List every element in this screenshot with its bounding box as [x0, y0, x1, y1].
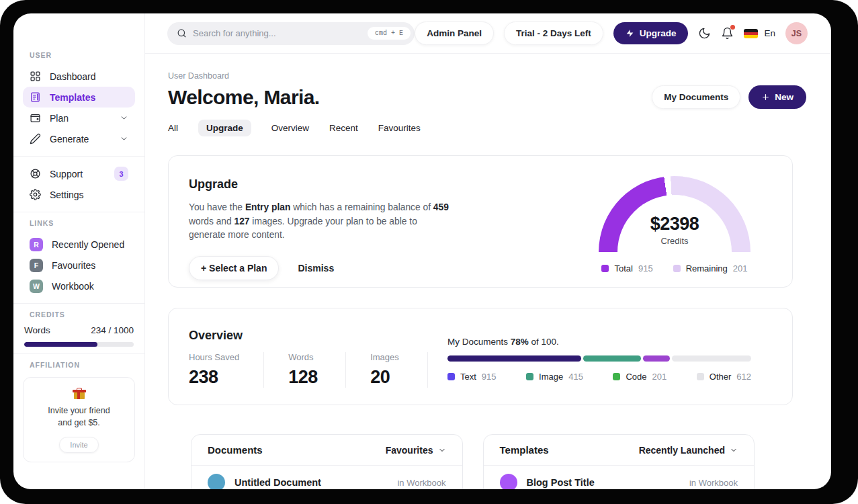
breadcrumb: User Dashboard: [168, 71, 806, 81]
templates-panel: Templates Recently Launched Blog Post Ti…: [483, 434, 755, 489]
search-input[interactable]: Search for anything... cmd + E: [167, 22, 415, 45]
app-window: USER Dashboard Templates Plan Generate S…: [13, 13, 831, 489]
stat-words: Words 128: [288, 352, 346, 388]
legend-image-swatch: [526, 373, 533, 380]
gauge-caption: Credits: [599, 236, 750, 246]
main-area: Search for anything... cmd + E Admin Pan…: [145, 13, 831, 489]
tab-upgrade[interactable]: Upgrade: [198, 120, 251, 136]
document-name: Untitled Document: [234, 477, 321, 488]
search-placeholder: Search for anything...: [193, 28, 361, 38]
dark-mode-toggle[interactable]: [698, 27, 711, 40]
credits-label: Words: [24, 325, 50, 335]
stat-hours-saved: Hours Saved 238: [189, 352, 264, 388]
sidebar-item-label: Generate: [50, 134, 89, 144]
template-location: in Workbook: [689, 478, 738, 488]
notification-dot: [730, 25, 735, 30]
credits-progressbar: [24, 342, 134, 347]
new-button[interactable]: New: [748, 85, 806, 109]
chevron-down-icon: [730, 446, 738, 454]
gauge-arc: $2398 Credits: [599, 176, 750, 252]
credits-value: 234 / 1000: [91, 325, 134, 335]
documents-filter-dropdown[interactable]: Favourites: [386, 445, 446, 456]
sidebar-item-label: Favourites: [52, 260, 95, 271]
dismiss-button[interactable]: Dismiss: [298, 263, 334, 274]
language-label[interactable]: En: [764, 28, 775, 38]
wallet-icon: [30, 112, 41, 124]
credits-gauge: $2398 Credits Total915 Remaining201: [599, 176, 750, 274]
sidebar-divider: [13, 303, 144, 304]
legend-total-swatch: [601, 265, 609, 272]
sidebar-item-templates[interactable]: Templates: [23, 87, 135, 108]
lightning-icon: [626, 29, 634, 38]
invite-button[interactable]: Invite: [59, 437, 98, 453]
sidebar-item-dashboard[interactable]: Dashboard: [23, 66, 135, 87]
template-avatar: [500, 474, 517, 489]
sidebar-item-plan[interactable]: Plan: [23, 108, 135, 128]
bar-segment-image: [583, 355, 641, 362]
upgrade-button-label: Upgrade: [640, 28, 677, 38]
documents-panel-title: Documents: [208, 444, 263, 456]
sidebar-item-support[interactable]: Support 3: [23, 163, 135, 184]
templates-filter-dropdown[interactable]: Recently Launched: [639, 445, 738, 456]
documents-progress-caption: My Documents 78% of 100.: [447, 337, 751, 347]
legend-code-swatch: [613, 373, 620, 380]
language-flag-germany[interactable]: [744, 29, 758, 38]
trial-days-left-button[interactable]: Trial - 2 Days Left: [504, 22, 603, 45]
grid-icon: [30, 71, 41, 82]
legend-remaining: Remaining201: [673, 263, 748, 274]
sidebar-item-settings[interactable]: Settings: [23, 184, 135, 205]
credits-progress-fill: [24, 342, 97, 347]
chevron-down-icon: [438, 446, 446, 454]
bar-segment-code: [643, 355, 671, 362]
stat-images: Images 20: [370, 352, 428, 388]
tab-overview[interactable]: Overview: [271, 123, 309, 133]
user-avatar[interactable]: JS: [785, 22, 808, 44]
legend-other-swatch: [697, 373, 704, 380]
sidebar-section-user: USER: [30, 51, 135, 59]
topbar: Search for anything... cmd + E Admin Pan…: [145, 13, 831, 54]
document-row[interactable]: Untitled Document in Workbook: [191, 466, 462, 489]
tab-recent[interactable]: Recent: [329, 123, 358, 133]
pencil-icon: [30, 133, 41, 144]
tab-all[interactable]: All: [168, 123, 178, 133]
link-initial-badge: W: [30, 280, 43, 293]
templates-panel-title: Templates: [500, 444, 549, 456]
sidebar-item-label: Plan: [50, 113, 69, 124]
documents-progress: My Documents 78% of 100. Text915 Image41…: [447, 337, 751, 382]
support-badge: 3: [114, 167, 128, 181]
legend-text-swatch: [447, 373, 455, 380]
affiliation-text-line2: and get $5.: [30, 417, 128, 429]
device-frame: USER Dashboard Templates Plan Generate S…: [0, 0, 858, 504]
template-row[interactable]: Blog Post Title in Workbook: [484, 466, 755, 489]
select-plan-button[interactable]: + Select a Plan: [189, 256, 279, 280]
plus-icon: [761, 93, 770, 101]
upgrade-button[interactable]: Upgrade: [613, 22, 689, 44]
sidebar-item-label: Support: [50, 169, 83, 179]
legend-other: Other612: [697, 372, 751, 382]
documents-panel: Documents Favourites Untitled Document i…: [191, 434, 463, 489]
page-title: Welcome, Maria.: [168, 86, 320, 109]
notifications-button[interactable]: [721, 27, 734, 40]
template-name: Blog Post Title: [527, 477, 595, 488]
sidebar-link-workbook[interactable]: W Workbook: [23, 276, 135, 296]
admin-panel-button[interactable]: Admin Panel: [415, 22, 494, 45]
gear-icon: [30, 189, 41, 200]
my-documents-button[interactable]: My Documents: [652, 85, 740, 109]
legend-total: Total915: [601, 263, 652, 274]
link-initial-badge: R: [30, 238, 43, 251]
sidebar-divider: [13, 212, 144, 212]
new-button-label: New: [775, 92, 793, 102]
document-location: in Workbook: [397, 478, 445, 488]
overview-card: Overview Hours Saved 238 Words 128 Image…: [168, 308, 793, 405]
moon-icon: [698, 27, 711, 40]
chevron-down-icon: [120, 114, 128, 122]
document-avatar: [208, 474, 225, 489]
tab-favourites[interactable]: Favourites: [378, 123, 421, 133]
sidebar-link-favourites[interactable]: F Favourites: [23, 255, 135, 276]
sidebar-divider: [13, 353, 144, 354]
sidebar-item-generate[interactable]: Generate: [23, 128, 135, 149]
sidebar-link-recently-opened[interactable]: R Recently Opened: [23, 234, 135, 255]
sidebar-item-label: Dashboard: [50, 71, 96, 82]
sidebar-item-label: Templates: [50, 92, 95, 103]
gauge-legend: Total915 Remaining201: [599, 263, 750, 274]
